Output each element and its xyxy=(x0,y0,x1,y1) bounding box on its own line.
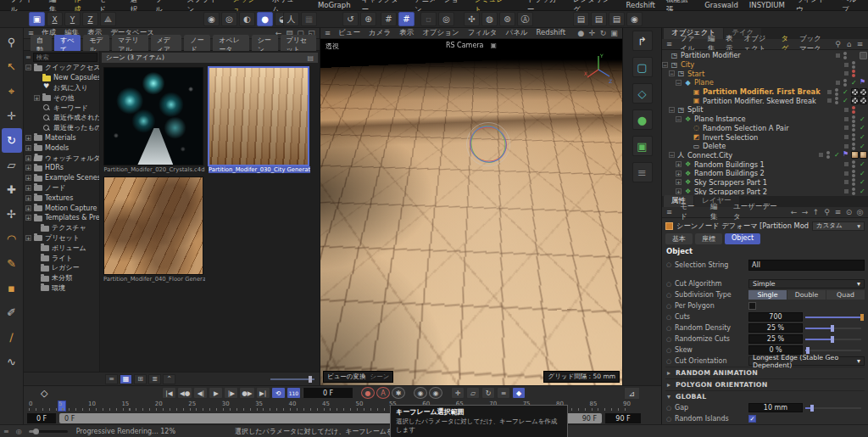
layer-chip[interactable] xyxy=(844,189,849,193)
object-row[interactable]: + ❖ Sky Scrappers Part 1 ✓ xyxy=(662,178,868,188)
animatable-dot-icon[interactable]: ○ xyxy=(665,416,672,423)
browser-tree-item[interactable]: テクスチャ xyxy=(24,223,99,233)
axis-gizmo-icon[interactable]: ↱ xyxy=(632,31,653,51)
tag-icon[interactable] xyxy=(860,97,867,104)
gizmo-toggle-icon[interactable]: ▣ xyxy=(29,12,45,26)
pen-tool-icon[interactable]: ✐ xyxy=(2,300,22,325)
visibility-dots[interactable] xyxy=(852,178,856,186)
layer-chip[interactable] xyxy=(844,135,849,139)
menu-item[interactable]: Graswald xyxy=(699,1,743,9)
move-tool-icon[interactable]: ✛ xyxy=(2,104,22,128)
object-row[interactable]: ▣ Partition Modifier. Skewed Break ✓ xyxy=(662,96,868,105)
viewport-menu-item[interactable]: カメラ xyxy=(364,28,395,38)
layer-chip[interactable] xyxy=(827,90,832,94)
key-mode-b-icon[interactable]: ◉ xyxy=(429,387,442,399)
browser-tree-item[interactable]: + その他 xyxy=(24,92,99,103)
cubes-strip-icon[interactable]: ▣ xyxy=(632,136,653,156)
browser-tree-item[interactable]: 最近作成されたもの xyxy=(24,113,99,123)
layer-chip[interactable] xyxy=(844,108,849,112)
attribute-tab[interactable]: 座標 xyxy=(695,233,722,244)
animatable-dot-icon[interactable]: ○ xyxy=(665,325,672,332)
key-mode-a-icon[interactable]: ◉ xyxy=(414,387,427,399)
key-parameter-icon[interactable]: ≡ xyxy=(497,387,510,399)
layer-chip[interactable] xyxy=(844,162,849,166)
animatable-dot-icon[interactable]: ○ xyxy=(665,347,672,354)
key-scale-icon[interactable]: ▱ xyxy=(466,387,480,399)
browser-tree-item[interactable]: + Example Scenes xyxy=(24,173,99,183)
plugin-b-icon[interactable]: Ⓐ xyxy=(517,12,533,26)
cuts-value-field[interactable]: 700 xyxy=(748,312,803,322)
asset-search-input[interactable] xyxy=(33,53,97,62)
enabled-check-icon[interactable]: ✓ xyxy=(860,170,868,177)
gap-slider[interactable] xyxy=(805,407,861,409)
expand-icon[interactable]: + xyxy=(25,135,31,141)
enabled-check-icon[interactable]: ✓ xyxy=(860,115,868,123)
visibility-dots[interactable] xyxy=(852,124,856,132)
tag-icon[interactable] xyxy=(860,52,867,59)
expand-icon[interactable]: + xyxy=(676,188,682,194)
viewport-menu-item[interactable]: オプション xyxy=(418,28,464,38)
enabled-check-icon[interactable]: ✓ xyxy=(860,178,868,186)
random-density-slider[interactable] xyxy=(805,328,861,329)
enabled-check-icon[interactable]: ✓ xyxy=(860,143,868,150)
expand-icon[interactable]: − xyxy=(669,70,675,76)
visibility-dots[interactable] xyxy=(852,160,856,168)
animatable-dot-icon[interactable]: ○ xyxy=(665,358,672,365)
xparticles-icon[interactable]: ✣ xyxy=(464,12,480,26)
render-picture-viewer-icon[interactable]: ▤ xyxy=(591,12,607,26)
animatable-dot-icon[interactable]: ○ xyxy=(665,292,672,299)
expand-icon[interactable]: + xyxy=(676,161,682,167)
object-row[interactable]: − ◳ Split xyxy=(662,105,868,115)
layer-chip[interactable] xyxy=(844,126,849,130)
tag-icon[interactable] xyxy=(860,79,867,87)
expand-icon[interactable]: + xyxy=(25,215,31,221)
attr-back-icon[interactable]: ← xyxy=(788,208,799,216)
object-row[interactable]: − ◆ Plane ✓ xyxy=(662,78,868,87)
enable-axis-icon[interactable]: ↺ xyxy=(342,12,359,26)
model-mode-icon[interactable]: ● xyxy=(257,12,273,26)
visibility-dots[interactable] xyxy=(852,133,856,141)
cut-algorithm-dropdown[interactable]: Simple▾ xyxy=(748,279,865,289)
points-mode-icon[interactable]: ◉ xyxy=(203,12,220,26)
go-to-start-icon[interactable]: |◀ xyxy=(162,387,176,399)
menu-item[interactable]: INSYDIUM xyxy=(744,1,790,9)
tag-icon[interactable] xyxy=(851,151,859,159)
visibility-dots[interactable] xyxy=(852,106,856,114)
object-row[interactable]: − ◳ Start xyxy=(662,69,868,78)
next-key-icon[interactable]: ●▶ xyxy=(239,387,254,399)
object-row[interactable]: − ◳ City xyxy=(662,60,868,70)
columns-view-icon[interactable]: ≣ xyxy=(148,374,161,384)
enabled-check-icon[interactable]: ✓ xyxy=(860,133,868,141)
layer-chip[interactable] xyxy=(844,180,849,184)
lock-y-axis-icon[interactable]: Y xyxy=(64,12,81,26)
strip-more-icon[interactable]: ≡ xyxy=(632,162,653,182)
browser-tree-item[interactable]: キーワード xyxy=(24,103,99,113)
fcurve-icon[interactable]: ⊿ xyxy=(624,387,640,400)
enabled-check-icon[interactable]: ✓ xyxy=(843,88,851,96)
segment-button[interactable]: Single xyxy=(748,290,787,300)
object-row[interactable]: ▭ Delete ✓ xyxy=(662,142,868,151)
animatable-dot-icon[interactable]: ○ xyxy=(665,261,672,268)
search-tool-icon[interactable]: ⚲ xyxy=(2,30,22,54)
previous-frame-icon[interactable]: ◀| xyxy=(193,387,208,399)
expand-icon[interactable]: − xyxy=(669,152,675,158)
cut-orientation-dropdown[interactable]: Longest Edge (Stable Geo Dependent)▾ xyxy=(748,356,865,366)
om-home-icon[interactable]: ⌂ xyxy=(843,40,854,48)
viewport-canvas[interactable]: Y X Z 透視 RS Camera▣ ビューの変換シーン グリッド間隔 : 5… xyxy=(320,39,622,385)
browser-tree-item[interactable]: − クイックアクセス xyxy=(24,63,99,73)
attr-forward-icon[interactable]: → xyxy=(799,208,810,216)
random-islands-checkbox[interactable]: ✓ xyxy=(748,415,756,423)
snap-diamond-icon[interactable]: ◇ xyxy=(632,83,653,104)
maximize-view-icon[interactable]: ▣ xyxy=(609,29,620,37)
expand-icon[interactable]: − xyxy=(669,107,675,113)
layer-chip[interactable] xyxy=(844,144,849,148)
polygons-mode-icon[interactable]: ◐ xyxy=(239,12,255,26)
browser-tree-item[interactable]: + ウォッチフォルダ xyxy=(24,153,99,163)
expand-icon[interactable]: − xyxy=(676,116,682,122)
object-row[interactable]: ▣ Partition Modifier. First Break ✓ xyxy=(662,87,868,97)
visibility-dots[interactable] xyxy=(852,170,856,177)
browser-tree-item[interactable]: + Textures xyxy=(24,193,99,203)
visibility-dots[interactable] xyxy=(852,61,856,69)
status-menu-icon[interactable]: ≡ xyxy=(3,428,9,435)
object-row[interactable]: + ❖ Random Buildings 2 ✓ xyxy=(662,169,868,178)
